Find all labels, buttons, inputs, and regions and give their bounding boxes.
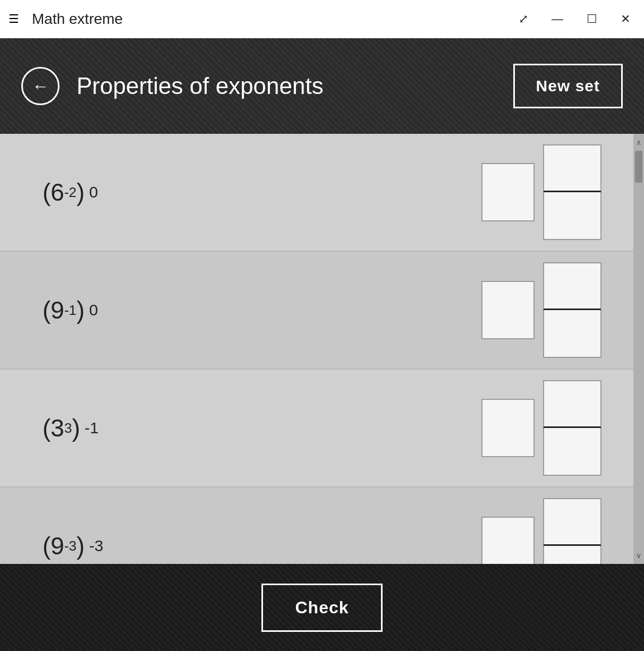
expr-inner-exp: -3 — [64, 538, 77, 554]
numerator-input[interactable] — [543, 380, 601, 428]
question-expression: ( 3 3 ) -1 — [43, 414, 481, 442]
expr-outer-exp: 0 — [84, 301, 98, 319]
question-row: ( 3 3 ) -1 — [0, 370, 633, 487]
expr-inner-exp: -2 — [64, 184, 77, 201]
fraction-answer — [481, 498, 601, 564]
app-header: ← Properties of exponents New set — [0, 38, 644, 134]
scroll-thumb[interactable] — [635, 151, 642, 183]
question-expression: ( 9 -3 ) -3 — [43, 532, 481, 560]
question-row: ( 9 -3 ) -3 — [0, 487, 633, 564]
denominator-input[interactable] — [543, 192, 601, 240]
whole-answer-input[interactable] — [481, 163, 535, 221]
fraction-answer — [481, 144, 601, 240]
app-title: Math extreme — [32, 11, 513, 28]
maximize-button[interactable]: ☐ — [581, 10, 603, 28]
expr-base: 6 — [50, 178, 64, 207]
expr-paren-close: ) — [77, 532, 84, 560]
whole-answer-input[interactable] — [481, 517, 535, 564]
expr-paren-open: ( — [43, 532, 50, 560]
expr-base: 9 — [50, 532, 64, 560]
expr-inner-exp: -1 — [64, 302, 77, 319]
scrollbar[interactable]: ∧ ∨ — [633, 134, 644, 564]
denominator-input[interactable] — [543, 546, 601, 564]
expr-paren-close: ) — [72, 414, 80, 442]
expr-paren-open: ( — [43, 178, 50, 207]
numerator-input[interactable] — [543, 144, 601, 192]
fraction-stack — [543, 262, 601, 358]
question-row: ( 9 -1 ) 0 — [0, 252, 633, 370]
question-expression: ( 6 -2 ) 0 — [43, 178, 481, 207]
numerator-input[interactable] — [543, 262, 601, 310]
expr-outer-exp: -3 — [84, 537, 103, 555]
question-row: ( 6 -2 ) 0 — [0, 134, 633, 252]
whole-answer-input[interactable] — [481, 281, 535, 339]
denominator-input[interactable] — [543, 310, 601, 358]
expr-base: 3 — [50, 414, 64, 442]
fraction-stack — [543, 144, 601, 240]
scroll-up-arrow[interactable]: ∧ — [634, 136, 643, 149]
back-button[interactable]: ← — [21, 67, 60, 105]
question-expression: ( 9 -1 ) 0 — [43, 296, 481, 324]
fraction-stack — [543, 380, 601, 476]
numerator-input[interactable] — [543, 498, 601, 546]
content-area: ( 6 -2 ) 0 ( 9 -1 ) 0 — [0, 134, 644, 564]
questions-list: ( 6 -2 ) 0 ( 9 -1 ) 0 — [0, 134, 633, 564]
fraction-answer — [481, 262, 601, 358]
expr-outer-exp: 0 — [84, 183, 98, 201]
expr-paren-close: ) — [77, 296, 84, 324]
bottom-bar: Check — [0, 564, 644, 651]
expr-inner-exp: 3 — [64, 420, 72, 436]
expr-paren-open: ( — [43, 414, 50, 442]
menu-icon[interactable]: ☰ — [9, 12, 19, 26]
window-controls: ⤢ — ☐ ✕ — [513, 10, 635, 28]
check-button[interactable]: Check — [261, 584, 382, 632]
scroll-down-arrow[interactable]: ∨ — [634, 549, 643, 562]
expr-base: 9 — [50, 296, 64, 324]
close-button[interactable]: ✕ — [615, 10, 635, 28]
fraction-stack — [543, 498, 601, 564]
page-title: Properties of exponents — [77, 73, 513, 99]
denominator-input[interactable] — [543, 428, 601, 476]
minimize-button[interactable]: — — [546, 10, 569, 28]
expr-paren-open: ( — [43, 296, 50, 324]
whole-answer-input[interactable] — [481, 399, 535, 457]
title-bar: ☰ Math extreme ⤢ — ☐ ✕ — [0, 0, 644, 38]
expr-outer-exp: -1 — [80, 419, 99, 437]
fraction-answer — [481, 380, 601, 476]
new-set-button[interactable]: New set — [513, 64, 623, 108]
expr-paren-close: ) — [77, 178, 84, 207]
expand-button[interactable]: ⤢ — [513, 10, 533, 28]
